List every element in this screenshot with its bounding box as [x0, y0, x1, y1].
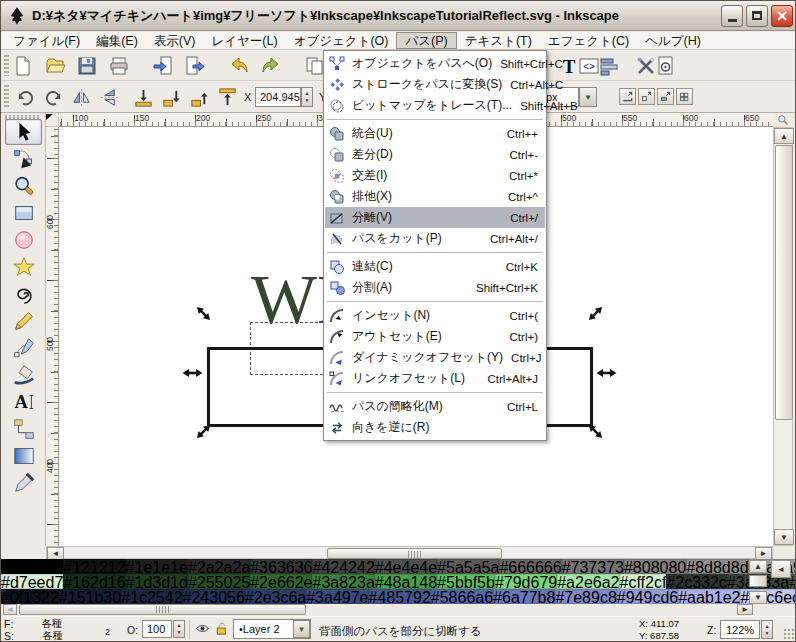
zoom-tool-button[interactable]	[5, 173, 42, 199]
menu-item-dynamic-offset[interactable]: ダイナミックオフセット(Y)Ctrl+J	[325, 347, 545, 368]
minimize-button[interactable]	[721, 5, 743, 27]
vertical-ruler[interactable]: 600500400	[46, 127, 59, 546]
gradient-tool-button[interactable]	[5, 443, 42, 469]
palette-swatch[interactable]: #949cd6	[617, 589, 678, 604]
palette-scroll-down-button[interactable]: ▼	[749, 591, 767, 604]
selection-handle-se[interactable]	[587, 423, 604, 440]
opacity-input[interactable]: 100	[142, 620, 172, 638]
raise-button[interactable]	[187, 85, 211, 109]
menubar-item-view[interactable]: 表示(V)	[146, 32, 204, 49]
palette-scroll-left-button[interactable]: ◄	[3, 604, 17, 615]
selection-handle-nw[interactable]	[195, 305, 212, 322]
spiral-tool-button[interactable]	[5, 281, 42, 307]
menubar-item-path[interactable]: パス(P)	[396, 32, 456, 49]
menu-item-cut-path[interactable]: パスをカット(P)Ctrl+Alt+/	[325, 228, 545, 249]
node-edit-tool-button[interactable]	[5, 146, 42, 172]
save-button[interactable]	[75, 54, 99, 78]
palette-swatch[interactable]: #6a77b8	[493, 589, 555, 604]
preferences-button[interactable]	[654, 54, 678, 78]
palette-swatch[interactable]: #48a148	[375, 574, 437, 589]
palette-swatch[interactable]: #808080	[624, 559, 686, 574]
palette-swatch[interactable]: #a2e6a2	[557, 574, 619, 589]
dropper-tool-button[interactable]	[5, 470, 42, 496]
menu-item-outset[interactable]: アウトセット(E)Ctrl+)	[325, 326, 545, 347]
palette-swatch[interactable]: #1d3d1d	[126, 574, 188, 589]
palette-swatch[interactable]: #aab1e2	[678, 589, 740, 604]
title-bar[interactable]: D:¥ネタ¥マイチキンハート¥img¥フリーソフト¥Inkscape¥Inksc…	[1, 1, 796, 31]
palette-swatch[interactable]: #000000	[1, 559, 63, 574]
palette-horizontal-thumb[interactable]	[19, 604, 306, 615]
scale-stroke-toggle[interactable]	[619, 88, 636, 105]
layer-visibility-toggle[interactable]	[195, 621, 211, 637]
scroll-down-button[interactable]: ▼	[774, 529, 794, 545]
scale-patterns-toggle[interactable]	[676, 88, 693, 105]
menubar-item-help[interactable]: ヘルプ(H)	[637, 32, 709, 49]
lower-to-bottom-button[interactable]	[131, 85, 155, 109]
open-button[interactable]	[43, 54, 67, 78]
menu-item-object-to-path[interactable]: オブジェクトをパスへ(O)Shift+Ctrl+C	[325, 53, 545, 74]
palette-scrollbar[interactable]: ▲ ▼	[749, 560, 767, 604]
menu-item-combine[interactable]: 連結(C)Ctrl+K	[325, 256, 545, 277]
pen-tool-button[interactable]	[5, 335, 42, 361]
lower-button[interactable]	[159, 85, 183, 109]
selection-handle-ne[interactable]	[587, 305, 604, 322]
menu-item-simplify[interactable]: パスの簡略化(M)Ctrl+L	[325, 396, 545, 417]
flip-horizontal-button[interactable]	[69, 85, 93, 109]
palette-swatch[interactable]: #d7eed7	[1, 574, 63, 589]
star-tool-button[interactable]	[5, 254, 42, 280]
palette-swatch[interactable]: #2e662e	[250, 574, 312, 589]
menubar-item-text[interactable]: テキスト(T)	[457, 32, 540, 49]
menubar-item-effects[interactable]: エフェクト(C)	[540, 32, 637, 49]
zoom-input[interactable]: 122%	[720, 620, 760, 639]
x-input[interactable]: 204.945	[255, 87, 301, 107]
palette-swatch[interactable]: #151b30	[59, 589, 121, 604]
ellipse-tool-button[interactable]	[5, 227, 42, 253]
scale-gradients-toggle[interactable]	[657, 88, 674, 105]
menubar-item-layer[interactable]: レイヤー(L)	[203, 32, 285, 49]
layer-dropdown-button[interactable]: ▼	[293, 620, 310, 638]
menu-item-exclusion[interactable]: 排他(X)Ctrl+^	[325, 186, 545, 207]
scroll-up-button[interactable]: ▲	[774, 128, 794, 144]
fill-stroke-indicator[interactable]: F:各種 S:各種	[4, 618, 116, 642]
layer-selector[interactable]: •Layer 2 ▼	[233, 619, 311, 639]
palette-swatch[interactable]: #1e1e1e	[126, 559, 188, 574]
horizontal-scrollbar[interactable]: ◄ ►	[46, 546, 773, 559]
horizontal-scroll-thumb[interactable]	[327, 548, 502, 559]
menu-item-division[interactable]: 分離(V)Ctrl+/	[325, 207, 545, 228]
palette-swatch[interactable]: #8d8d8d	[686, 559, 748, 574]
toolbar-grip[interactable]	[4, 85, 9, 108]
menu-item-stroke-to-path[interactable]: ストロークをパスに変換(S)Ctrl+Alt+C	[325, 74, 545, 95]
flip-vertical-button[interactable]	[97, 85, 121, 109]
palette-swatch[interactable]: #cff2cf	[620, 574, 667, 589]
layer-lock-toggle[interactable]	[214, 621, 230, 637]
print-button[interactable]	[107, 54, 131, 78]
palette-swatch[interactable]: #3a497e	[306, 589, 368, 604]
palette-swatch[interactable]: #79d679	[495, 574, 557, 589]
palette-scroll-right-button[interactable]: ►	[737, 604, 753, 615]
rotate-cw-button[interactable]	[41, 85, 65, 109]
select-tool-button[interactable]	[5, 119, 42, 145]
palette-swatch[interactable]: #162d16	[63, 574, 125, 589]
undo-button[interactable]	[227, 54, 251, 78]
x-spinner[interactable]: ▲▼	[301, 87, 313, 107]
menu-item-break-apart[interactable]: 分割(A)Shift+Ctrl+K	[325, 277, 545, 298]
resize-grip[interactable]	[783, 628, 795, 640]
scale-corners-toggle[interactable]	[638, 88, 655, 105]
opacity-spinner[interactable]: ▲▼	[173, 620, 185, 638]
palette-swatch[interactable]: #5a5a5a	[437, 559, 499, 574]
pencil-tool-button[interactable]	[5, 308, 42, 334]
connector-tool-button[interactable]	[5, 416, 42, 442]
palette-scroll-thumb[interactable]	[749, 575, 767, 587]
redo-button[interactable]	[259, 54, 283, 78]
palette-collapse-button[interactable]: ◄	[771, 560, 791, 578]
calligraphy-tool-button[interactable]	[5, 362, 42, 388]
palette-swatch[interactable]: #363636	[250, 559, 312, 574]
menu-item-intersection[interactable]: 交差(I)Ctrl+*	[325, 165, 545, 186]
palette-swatch[interactable]: #121212	[63, 559, 125, 574]
palette-swatch[interactable]: #2e3c6a	[245, 589, 306, 604]
menu-item-trace-bitmap[interactable]: ビットマップをトレース(T)...Shift+Alt+B	[325, 95, 545, 116]
palette-swatch[interactable]: #666666	[499, 559, 561, 574]
selection-handle-w[interactable]	[182, 367, 203, 379]
selection-handle-e[interactable]	[596, 367, 617, 379]
palette-swatch[interactable]: #424242	[312, 559, 374, 574]
